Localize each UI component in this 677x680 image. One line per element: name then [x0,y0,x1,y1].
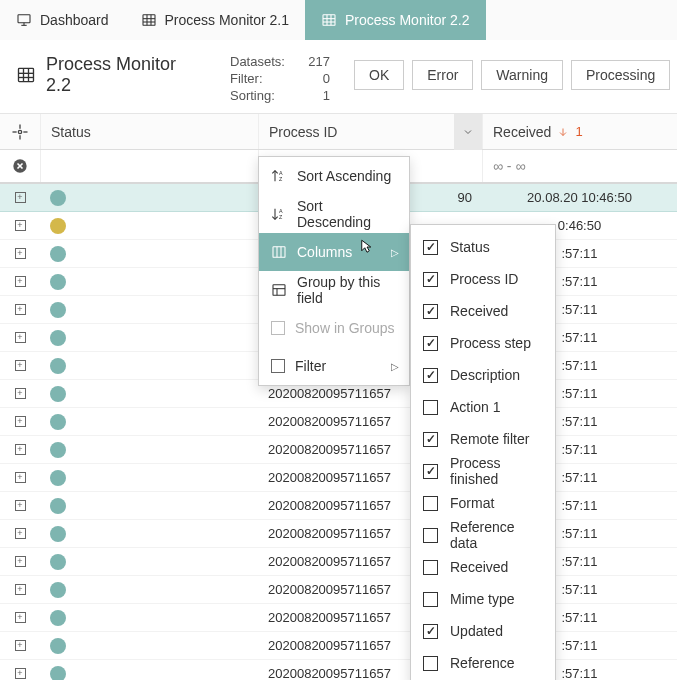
menu-show-groups: Show in Groups [259,309,409,347]
clear-filters[interactable] [0,150,40,182]
status-filter-warning[interactable]: Warning [481,60,563,90]
status-filter-error[interactable]: Error [412,60,473,90]
column-option-label: Format [450,495,494,511]
expand-row[interactable]: + [0,276,40,287]
expand-row[interactable]: + [0,640,40,651]
column-option[interactable]: Received [411,295,555,327]
filter-received[interactable]: ∞ - ∞ [482,150,677,182]
col-header-dropdown-trigger[interactable] [454,114,482,150]
expand-row[interactable]: + [0,220,40,231]
page-header: Process Monitor 2.2 Datasets:217 Filter:… [0,40,677,114]
expand-row[interactable]: + [0,416,40,427]
tab-label: Process Monitor 2.2 [345,12,470,28]
table-row[interactable]: +20200820095711657:57:11 [0,436,677,464]
expand-row[interactable]: + [0,360,40,371]
column-option[interactable]: Process ID [411,263,555,295]
page-title: Process Monitor 2.2 [16,54,206,96]
column-option-label: Action 1 [450,399,501,415]
col-header-status[interactable]: Status [40,114,258,149]
expand-row[interactable]: + [0,444,40,455]
expand-row[interactable]: + [0,584,40,595]
table-row[interactable]: +20200820095711657:57:11 [0,576,677,604]
column-option-label: Reference data [450,519,543,551]
stat-filter-val: 0 [300,71,330,86]
column-option[interactable]: Mime type [411,583,555,615]
menu-columns[interactable]: Columns ▷ [259,233,409,271]
sort-asc-icon: AZ [271,168,287,184]
svg-text:Z: Z [279,214,283,220]
checkbox-icon [271,359,285,373]
column-option[interactable]: Format [411,487,555,519]
column-option[interactable]: Action 1 [411,391,555,423]
expand-row[interactable]: + [0,528,40,539]
expand-row[interactable]: + [0,472,40,483]
checkbox-icon [423,560,438,575]
stat-sorting-label: Sorting: [230,88,300,103]
column-option-label: Description [450,367,520,383]
expand-row[interactable]: + [0,332,40,343]
target-icon [10,122,30,142]
table-row[interactable]: +20200820095711657:57:11 [0,408,677,436]
sort-desc-icon: AZ [271,206,287,222]
column-option[interactable]: Process finished [411,455,555,487]
table-icon [141,12,157,28]
col-header-received[interactable]: Received 1 [482,114,677,149]
plus-icon: + [15,668,26,679]
col-expand-all[interactable] [0,114,40,149]
col-header-process[interactable]: Process ID [258,114,482,149]
column-option[interactable]: Reference [411,647,555,679]
column-option-label: Reference [450,655,515,671]
table-row[interactable]: +20200820095711657:57:11 [0,520,677,548]
tab-1[interactable]: Process Monitor 2.1 [125,0,306,40]
status-filter-processing[interactable]: Processing [571,60,670,90]
checkbox-icon [423,272,438,287]
table-row[interactable]: +20200820095711657:57:11 [0,548,677,576]
status-dot [50,218,66,234]
table-row[interactable]: +20200820095711657:57:11 [0,492,677,520]
column-option[interactable]: Process step [411,327,555,359]
expand-row[interactable]: + [0,192,40,203]
menu-group-by[interactable]: Group by this field [259,271,409,309]
cell-status [40,442,258,458]
expand-row[interactable]: + [0,556,40,567]
plus-icon: + [15,220,26,231]
status-dot [50,554,66,570]
menu-sort-asc[interactable]: AZ Sort Ascending [259,157,409,195]
status-dot [50,498,66,514]
table-row[interactable]: +20200820095711657:57:11 [0,660,677,680]
column-option-label: Process step [450,335,531,351]
tab-2[interactable]: Process Monitor 2.2 [305,0,486,40]
expand-row[interactable]: + [0,388,40,399]
column-option[interactable]: Updated [411,615,555,647]
expand-row[interactable]: + [0,500,40,511]
column-option-label: Process ID [450,271,518,287]
table-row[interactable]: +20200820095711657:57:11 [0,632,677,660]
stat-filter-label: Filter: [230,71,300,86]
table-row[interactable]: +20200820095711657:57:11 [0,464,677,492]
cell-status [40,666,258,681]
column-option[interactable]: Received [411,551,555,583]
column-option[interactable]: Remote filter [411,423,555,455]
expand-row[interactable]: + [0,612,40,623]
tab-0[interactable]: Dashboard [0,0,125,40]
expand-row[interactable]: + [0,304,40,315]
menu-sort-desc[interactable]: AZ Sort Descending [259,195,409,233]
column-option[interactable]: Status [411,231,555,263]
svg-text:Z: Z [279,176,283,182]
filter-status[interactable] [40,150,258,182]
expand-row[interactable]: + [0,668,40,679]
expand-row[interactable]: + [0,248,40,259]
checkbox-icon [423,432,438,447]
sort-indicator: 1 [575,124,582,139]
page-title-text: Process Monitor 2.2 [46,54,206,96]
plus-icon: + [15,304,26,315]
cell-status [40,414,258,430]
checkbox-icon [423,336,438,351]
menu-filter[interactable]: Filter ▷ [259,347,409,385]
plus-icon: + [15,556,26,567]
table-row[interactable]: +20200820095711657:57:11 [0,604,677,632]
status-filter-ok[interactable]: OK [354,60,404,90]
column-option[interactable]: Description [411,359,555,391]
checkbox-icon [423,624,438,639]
column-option[interactable]: Reference data [411,519,555,551]
